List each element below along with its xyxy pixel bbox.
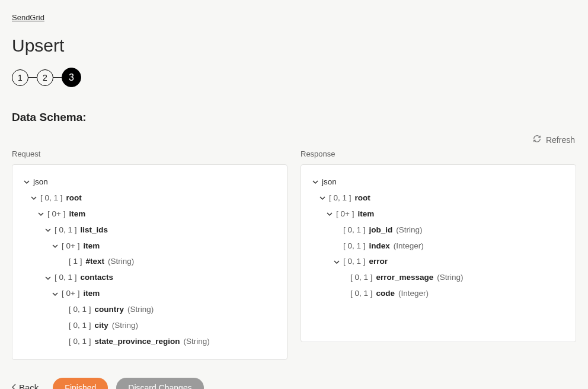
tree-node[interactable]: json <box>312 174 565 190</box>
tree-node[interactable]: [ 0, 1 ] root <box>312 190 565 206</box>
chevron-down-icon[interactable] <box>333 259 340 265</box>
tree-node[interactable]: [ 0, 1 ] contacts <box>23 270 276 286</box>
chevron-left-icon <box>12 382 17 389</box>
chevron-down-icon[interactable] <box>319 195 325 202</box>
tree-node[interactable]: [ 0, 1 ] root <box>23 190 276 206</box>
tree-node[interactable]: [ 0, 1 ] index (Integer) <box>312 238 565 254</box>
step-connector <box>53 77 62 78</box>
breadcrumb-link[interactable]: SendGrid <box>12 13 44 22</box>
response-label: Response <box>301 149 576 158</box>
chevron-down-icon[interactable] <box>326 211 333 218</box>
discard-button[interactable]: Discard Changes <box>116 378 203 389</box>
step-3[interactable]: 3 <box>62 68 81 87</box>
tree-node[interactable]: [ 0, 1 ] list_ids <box>23 222 276 238</box>
step-1[interactable]: 1 <box>12 69 28 86</box>
tree-node[interactable]: [ 0, 1 ] city (String) <box>23 318 276 334</box>
tree-node[interactable]: [ 0, 1 ] error <box>312 254 565 270</box>
tree-node[interactable]: json <box>23 174 276 190</box>
tree-node[interactable]: [ 0+ ] item <box>23 206 276 222</box>
tree-node[interactable]: [ 1 ] #text (String) <box>23 254 276 270</box>
stepper: 1 2 3 <box>12 68 576 87</box>
tree-node[interactable]: [ 0+ ] item <box>312 206 565 222</box>
page-title: Upsert <box>12 36 576 56</box>
response-panel: json [ 0, 1 ] root [ 0+ ] item [ 0, 1 ] … <box>301 164 576 342</box>
chevron-down-icon[interactable] <box>52 243 58 250</box>
chevron-down-icon[interactable] <box>312 179 318 186</box>
request-panel: json [ 0, 1 ] root [ 0+ ] item [ 0, 1 ] … <box>12 164 287 360</box>
tree-node[interactable]: [ 0, 1 ] state_province_region (String) <box>23 334 276 350</box>
tree-node[interactable]: [ 0+ ] item <box>23 286 276 302</box>
chevron-down-icon[interactable] <box>30 195 37 202</box>
step-2[interactable]: 2 <box>37 69 53 86</box>
finished-button[interactable]: Finished <box>53 378 108 389</box>
chevron-down-icon[interactable] <box>44 227 51 234</box>
tree-node[interactable]: [ 0, 1 ] code (Integer) <box>312 286 565 302</box>
request-label: Request <box>12 149 287 158</box>
chevron-down-icon[interactable] <box>37 211 44 218</box>
section-title: Data Schema: <box>12 111 576 124</box>
chevron-down-icon[interactable] <box>52 291 58 297</box>
tree-node[interactable]: [ 0, 1 ] country (String) <box>23 302 276 318</box>
tree-node[interactable]: [ 0, 1 ] job_id (String) <box>312 222 565 238</box>
tree-node[interactable]: [ 0+ ] item <box>23 238 276 254</box>
chevron-down-icon[interactable] <box>44 275 51 281</box>
back-button[interactable]: Back <box>12 382 39 389</box>
tree-node[interactable]: [ 0, 1 ] error_message (String) <box>312 270 565 286</box>
chevron-down-icon[interactable] <box>23 179 30 186</box>
step-connector <box>28 77 37 78</box>
